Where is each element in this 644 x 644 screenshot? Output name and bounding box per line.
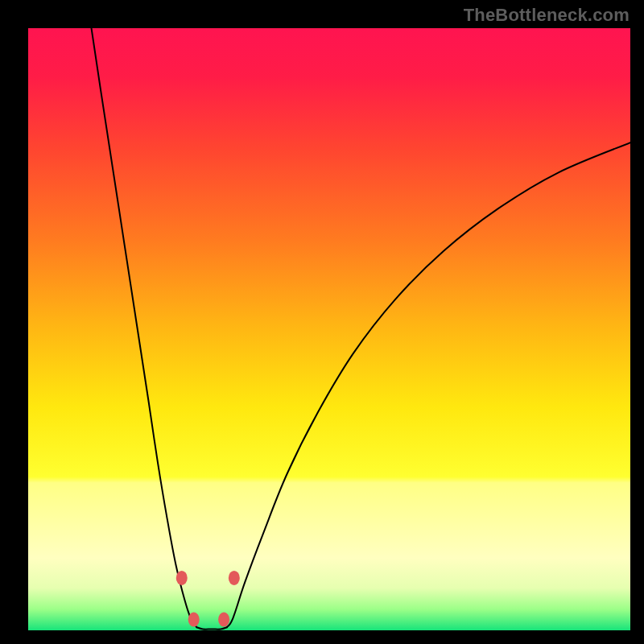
marker-m2 [188,613,200,627]
watermark-text: TheBottleneck.com [464,5,630,26]
plot-svg [28,28,630,630]
marker-m3 [218,613,229,627]
marker-m1 [176,571,188,585]
plot-area [28,28,630,630]
marker-m4 [229,571,240,585]
gradient-background [28,28,630,630]
chart-frame: TheBottleneck.com [0,0,644,644]
